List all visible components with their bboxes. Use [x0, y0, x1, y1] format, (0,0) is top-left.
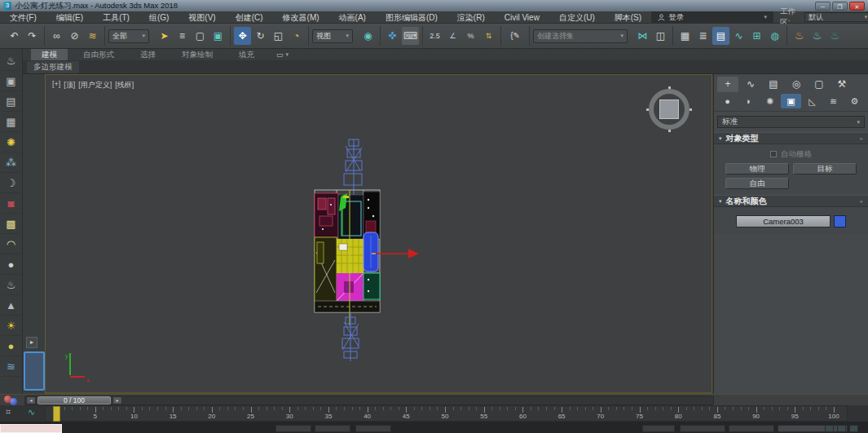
- utilities-tab[interactable]: ⚒: [831, 77, 853, 92]
- menu-item[interactable]: 脚本(S): [605, 11, 651, 24]
- next-frame-button[interactable]: ▸: [112, 396, 122, 404]
- select-and-place-icon[interactable]: ◔: [288, 27, 305, 45]
- menu-item[interactable]: 创建(C): [226, 11, 273, 24]
- hierarchy-tab[interactable]: ▤: [763, 77, 784, 92]
- ribbon-tab[interactable]: 建模: [31, 49, 68, 60]
- list-panel-icon[interactable]: ▤: [2, 91, 21, 112]
- current-frame-marker[interactable]: [53, 406, 60, 422]
- sphere-primitive-icon[interactable]: ●: [2, 254, 21, 275]
- viewport-menu-plus[interactable]: [+]: [52, 80, 60, 91]
- keyboard-shortcut-override-icon[interactable]: ⌨: [402, 27, 419, 45]
- teapot-icon[interactable]: ♨: [2, 51, 21, 71]
- object-type-rollout-header[interactable]: ▾ 对象类型 ▸: [714, 132, 868, 144]
- menu-item[interactable]: 组(G): [139, 11, 178, 24]
- status-mini-icon[interactable]: [825, 425, 834, 432]
- viewcube[interactable]: [646, 86, 692, 132]
- select-and-manipulate-icon[interactable]: ✜: [384, 27, 401, 45]
- mini-curve-editor-icon[interactable]: ∿: [28, 407, 35, 418]
- select-and-link-icon[interactable]: ∞: [48, 27, 65, 45]
- pantograph-icon[interactable]: ⌗: [6, 407, 11, 418]
- target-camera-button[interactable]: 目标: [793, 163, 857, 175]
- autogrid-checkbox[interactable]: [770, 151, 777, 157]
- named-selection-sets-dropdown[interactable]: 创建选择集 ▾: [533, 29, 628, 43]
- free-camera-button[interactable]: 自由: [725, 178, 789, 189]
- undo-icon[interactable]: ↶: [6, 27, 23, 45]
- use-pivot-point-center-icon[interactable]: ◉: [359, 27, 377, 45]
- workspace-dropdown[interactable]: 默认 ▾: [804, 12, 868, 22]
- menu-item[interactable]: 自定义(U): [549, 11, 605, 24]
- pyramid-primitive-icon[interactable]: ▲: [2, 295, 21, 316]
- edit-named-selection-sets-icon[interactable]: {✎: [504, 27, 526, 45]
- viewport-menu-view[interactable]: [顶]: [64, 80, 75, 91]
- window-crossing-toggle-icon[interactable]: ▣: [209, 27, 227, 45]
- maximize-button[interactable]: ❐: [832, 2, 848, 11]
- previous-frame-button[interactable]: ◂: [26, 396, 36, 404]
- red-blue-balls-icon[interactable]: [4, 395, 20, 405]
- close-button[interactable]: ✕: [849, 2, 865, 11]
- select-and-rotate-icon[interactable]: ↻: [252, 27, 269, 45]
- teapot-primitive-icon[interactable]: ♨: [2, 275, 21, 295]
- percent-snap-icon[interactable]: %: [462, 27, 479, 45]
- rendered-frame-window-icon[interactable]: ♨: [809, 27, 826, 45]
- select-and-move-icon[interactable]: ✥: [234, 27, 251, 45]
- camera-type-dropdown[interactable]: 标准 ▾: [717, 116, 865, 128]
- snapshot-icon[interactable]: ▣: [2, 71, 21, 91]
- ribbon-tab[interactable]: 选择: [130, 49, 166, 60]
- space-warps-category[interactable]: ≋: [823, 94, 844, 108]
- menu-item[interactable]: 修改器(M): [273, 11, 329, 24]
- login-dropdown[interactable]: 登录 ▾: [651, 11, 773, 24]
- reference-coordinate-dropdown[interactable]: 视图 ▾: [312, 29, 353, 43]
- scene-explorer-icon[interactable]: ▦: [676, 27, 694, 45]
- ribbon-tab[interactable]: 填充: [228, 49, 265, 60]
- angle-snap-icon[interactable]: ∠: [444, 27, 461, 45]
- material-editor-icon[interactable]: ◍: [766, 27, 783, 45]
- redo-icon[interactable]: ↷: [24, 27, 41, 45]
- menu-item[interactable]: 编辑(E): [46, 11, 93, 24]
- mirror-icon[interactable]: ⋈: [634, 27, 651, 45]
- viewcube-top-face[interactable]: [659, 99, 679, 119]
- sphere-yellow-icon[interactable]: ●: [2, 336, 21, 356]
- modify-tab[interactable]: ∿: [740, 77, 761, 92]
- bind-to-space-warp-icon[interactable]: ≋: [84, 27, 101, 45]
- menu-item[interactable]: 图形编辑器(D): [376, 11, 447, 24]
- helpers-category[interactable]: ◺: [802, 94, 822, 108]
- motion-tab[interactable]: ◎: [786, 77, 807, 92]
- ribbon-tab[interactable]: 对象绘制: [171, 49, 223, 60]
- snaps-toggle-2.5-icon[interactable]: 2.5: [426, 27, 443, 45]
- status-mini-icon[interactable]: [837, 425, 846, 432]
- layer-explorer-icon[interactable]: ≣: [694, 27, 712, 45]
- align-icon[interactable]: ◫: [652, 27, 669, 45]
- sprayer-icon[interactable]: ⁂: [2, 152, 21, 173]
- menu-item[interactable]: 文件(F): [0, 11, 46, 24]
- time-slider-handle[interactable]: 0 / 100: [37, 396, 111, 404]
- object-color-swatch[interactable]: [834, 215, 846, 228]
- status-mini-icon[interactable]: [849, 425, 858, 432]
- viewport-top[interactable]: [+] [顶] [用户定义] [线框]: [45, 74, 712, 394]
- trackbar-ruler[interactable]: 0510152025303540455055606570758085909510…: [45, 405, 848, 422]
- waves-icon[interactable]: ≋: [2, 356, 21, 377]
- grid-panel-icon[interactable]: ▦: [2, 112, 21, 132]
- lightbulb-icon[interactable]: ✺: [2, 132, 21, 152]
- box-primitive-icon[interactable]: ▩: [2, 214, 21, 234]
- name-color-rollout-header[interactable]: ▾ 名称和颜色 ▸: [714, 195, 868, 207]
- ribbon-display-toggle[interactable]: ▭ ▾: [276, 51, 289, 59]
- systems-category[interactable]: ⚙: [844, 94, 865, 108]
- moon-icon[interactable]: ☽: [2, 173, 21, 193]
- selection-filter-dropdown[interactable]: 全部 ▾: [108, 29, 149, 43]
- active-tool-button[interactable]: [24, 351, 45, 391]
- physical-camera-button[interactable]: 物理: [725, 163, 789, 175]
- time-slider-track[interactable]: [24, 395, 714, 405]
- display-tab[interactable]: ▢: [809, 77, 830, 92]
- ribbon-tab[interactable]: 自由形式: [73, 49, 125, 60]
- ribbon-toggle-icon[interactable]: ▤: [712, 27, 729, 45]
- sun-icon[interactable]: ☀: [2, 316, 21, 336]
- flyout-arrow-button[interactable]: ▸: [26, 337, 37, 348]
- select-by-name-icon[interactable]: ≡: [174, 27, 191, 45]
- lights-category[interactable]: ✺: [760, 94, 780, 108]
- object-name-field[interactable]: Camera003: [736, 215, 831, 228]
- select-object-icon[interactable]: ➤: [156, 27, 173, 45]
- rectangular-selection-region-icon[interactable]: ▢: [192, 27, 209, 45]
- menu-item[interactable]: 工具(T): [93, 11, 139, 24]
- camera-red-icon[interactable]: ◙: [2, 193, 21, 214]
- polygon-modeling-panel[interactable]: 多边形建模: [27, 61, 79, 73]
